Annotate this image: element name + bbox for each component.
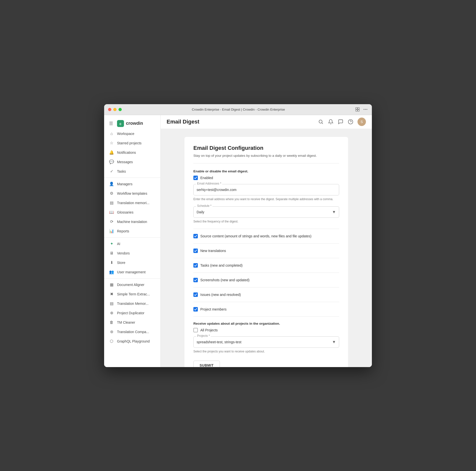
sidebar-item-messages[interactable]: 💬 Messages [104,157,160,167]
source-content-label[interactable]: Source content (amount of strings and wo… [200,234,311,238]
sidebar-label-store: Store [117,261,125,265]
sidebar-item-glossaries[interactable]: 📖 Glossaries [104,208,160,217]
duplicate-icon: ⊕ [109,311,114,315]
enabled-checkbox[interactable] [193,176,198,180]
project-members-label[interactable]: Project members [200,307,227,311]
all-projects-checkbox-label[interactable]: All Projects [200,328,218,332]
star-icon: ☆ [109,141,114,146]
sidebar-item-user-management[interactable]: 👥 User management [104,267,160,277]
source-content-row: Source content (amount of strings and wo… [193,234,339,238]
sidebar-label-messages: Messages [117,160,133,164]
messages-icon[interactable] [338,119,344,125]
issues-row: Issues (new and resolved) [193,292,339,297]
sidebar-item-vendors[interactable]: 🖥 Vendors [104,249,160,258]
sidebar-label-simple-term: Simple Term Extrac... [117,292,150,296]
logo-text: crowdin [126,121,143,126]
email-input[interactable] [197,186,336,193]
search-icon[interactable] [318,119,324,125]
sidebar-item-reports[interactable]: 📊 Reports [104,226,160,236]
memory2-icon: ▤ [109,301,114,306]
workflow-icon: ⚙ [109,191,114,196]
sidebar-item-starred[interactable]: ☆ Starred projects [104,138,160,148]
new-translations-label[interactable]: New translations [200,249,226,253]
sidebar-item-tm-cleaner[interactable]: 🗑 TM Cleaner [104,318,160,327]
sidebar-item-ai[interactable]: ✦ AI [104,239,160,249]
svg-point-4 [364,109,364,110]
issues-label[interactable]: Issues (new and resolved) [200,293,241,297]
svg-rect-3 [358,110,359,111]
page-title: Email Digest [167,119,318,125]
project-members-row: Project members [193,307,339,312]
sidebar-item-project-duplicator[interactable]: ⊕ Project Duplicator [104,308,160,318]
sidebar-item-machine-translation[interactable]: ⟳ Machine translation [104,217,160,226]
notifications-icon[interactable] [328,119,334,125]
screenshots-label[interactable]: Screenshots (new and updated) [200,278,249,282]
help-icon[interactable] [348,119,354,125]
sidebar-item-simple-term[interactable]: ✖ Simple Term Extrac... [104,289,160,299]
graphql-icon: ⬡ [109,339,114,344]
email-field-label: Email Addresses * [196,182,222,185]
sidebar-item-workspace[interactable]: ⌂ Workspace [104,129,160,138]
sidebar-label-graphql: GraphQL Playground [117,339,150,343]
users-icon: 👥 [109,270,114,275]
sidebar-label-translation-memory: Translation memori... [117,201,149,205]
enabled-row: Enabled [193,176,339,180]
message-icon: 💬 [109,159,114,164]
sidebar-item-store[interactable]: ⬇ Store [104,258,160,267]
submit-button[interactable]: SUBMIT [193,361,220,367]
app-body: ☰ c crowdin ⌂ Workspace ☆ Starred projec… [104,115,372,367]
sidebar-item-translation-memory[interactable]: ▤ Translation memori... [104,198,160,208]
check-icon-3 [194,264,197,267]
close-button[interactable] [108,108,111,111]
person-icon: 👤 [109,182,114,187]
more-icon[interactable] [363,107,368,112]
project-members-checkbox[interactable] [193,307,198,312]
sidebar-item-managers[interactable]: 👤 Managers [104,179,160,189]
sidebar-item-notifications[interactable]: 🔔 Notifications [104,148,160,157]
sidebar-item-tasks[interactable]: ✓ Tasks [104,167,160,176]
issues-checkbox[interactable] [193,292,198,297]
projects-select[interactable]: spreadsheet-test, strings-test [197,339,336,345]
sidebar-item-graphql[interactable]: ⬡ GraphQL Playground [104,337,160,346]
aligner-icon: ▦ [109,282,114,287]
tasks-checkbox[interactable] [193,263,198,268]
new-translations-checkbox[interactable] [193,249,198,253]
sidebar-divider-1 [104,178,160,178]
sidebar-label-user-management: User management [117,270,146,274]
source-content-checkbox[interactable] [193,234,198,238]
checkmark-icon [194,176,197,179]
check-icon: ✓ [109,169,114,174]
crowdin-logo-icon: c [117,120,124,127]
extensions-icon[interactable] [355,107,360,112]
minimize-button[interactable] [113,108,117,111]
vendor-icon: 🖥 [109,251,114,256]
check-icon-1 [194,235,197,238]
screenshots-checkbox[interactable] [193,278,198,282]
sidebar-label-notifications: Notifications [117,151,136,155]
projects-field-group: Projects * spreadsheet-test, strings-tes… [193,336,339,348]
sidebar-item-translation-compa[interactable]: ⊛ Translation Compa... [104,327,160,337]
tasks-label[interactable]: Tasks (new and completed) [200,263,242,267]
chart-icon: 📊 [109,229,114,234]
sidebar-label-vendors: Vendors [117,251,130,255]
fullscreen-button[interactable] [119,108,122,111]
schedule-select[interactable]: Daily Weekly [197,209,336,216]
sidebar-label-ai: AI [117,242,120,246]
hamburger-icon[interactable]: ☰ [109,121,113,126]
user-avatar[interactable]: S [357,118,366,126]
sidebar-item-document-aligner[interactable]: ▦ Document Aligner [104,280,160,289]
enabled-label[interactable]: Enabled [200,176,213,180]
all-projects-checkbox[interactable] [193,328,198,332]
tasks-row: Tasks (new and completed) [193,263,339,268]
sidebar-divider-3 [104,278,160,279]
app-window: Crowdin Enterprise - Email Digest | Crow… [104,104,372,367]
sidebar-label-starred: Starred projects [117,141,142,145]
sidebar-label-workflow: Workflow templates [117,191,147,195]
sidebar-label-translation-memor2: Translation Memor... [117,302,149,306]
sidebar-item-workflow[interactable]: ⚙ Workflow templates [104,189,160,198]
svg-point-6 [366,109,367,110]
sidebar-label-workspace: Workspace [117,132,134,136]
sidebar-label-document-aligner: Document Aligner [117,283,145,287]
enable-section-label: Enable or disable the email digest. [193,169,339,173]
sidebar-item-translation-memor2[interactable]: ▤ Translation Memor... [104,299,160,308]
